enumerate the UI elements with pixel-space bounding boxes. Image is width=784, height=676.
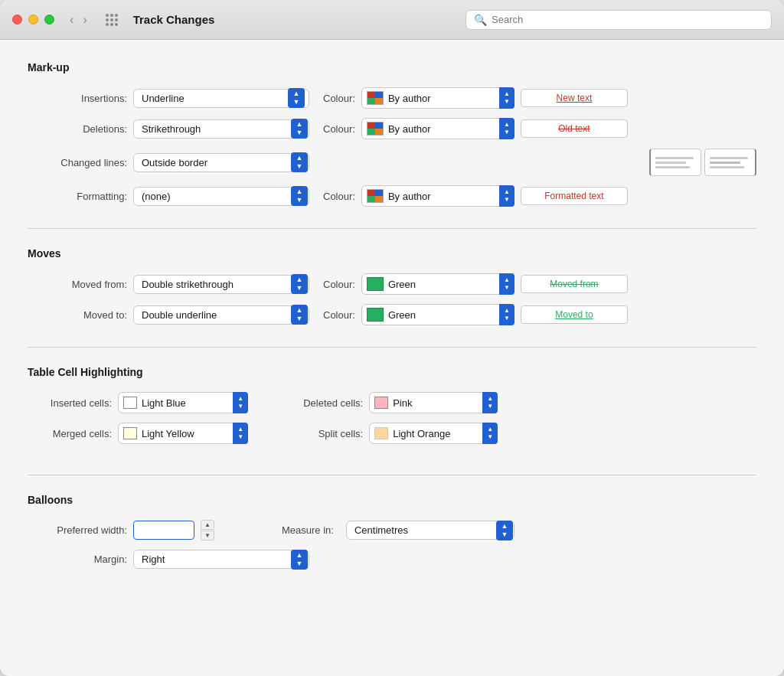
changed-lines-preview: [649, 149, 756, 176]
grid-dot: [110, 23, 113, 26]
deleted-cells-select: Pink ▲ ▼: [369, 392, 498, 413]
deletions-preview: Old text: [521, 119, 628, 138]
changed-lines-style-select[interactable]: Outside border: [133, 153, 309, 172]
grid-icon[interactable]: [106, 14, 118, 26]
moved-from-colour-swatch: [367, 277, 384, 291]
preferred-width-up[interactable]: ▲: [201, 520, 214, 530]
merged-cells-select: Light Yellow ▲ ▼: [118, 423, 248, 444]
moved-from-style-select[interactable]: Double strikethrough: [133, 275, 309, 294]
table-cell-left: Inserted cells: Light Blue ▲ ▼ Merged: [28, 392, 248, 453]
formatting-colour-swatch: [367, 189, 384, 203]
deletions-colour-label: Colour:: [323, 123, 355, 135]
insertions-style-select[interactable]: Underline: [133, 89, 309, 108]
moves-title: Moves: [28, 247, 756, 260]
insertions-colour-value: By author: [388, 93, 495, 104]
grid-dot: [115, 14, 118, 17]
old-text-preview: Old text: [558, 123, 590, 134]
moved-to-label: Moved to:: [28, 309, 127, 321]
inserted-cells-row: Inserted cells: Light Blue ▲ ▼: [28, 392, 248, 413]
grid-dot: [106, 18, 109, 21]
preferred-width-label: Preferred width:: [28, 524, 127, 536]
grid-dot: [106, 14, 109, 17]
inserted-cells-select: Light Blue ▲ ▼: [118, 392, 248, 413]
moved-to-style-wrapper: Double underline ▲ ▼: [133, 305, 309, 325]
split-cells-swatch: [374, 427, 388, 439]
moved-from-preview: Moved from: [521, 275, 628, 293]
insertions-colour-wrapper: By author ▲ ▼: [361, 87, 514, 109]
moved-from-label: Moved from:: [28, 279, 127, 290]
preferred-width-stepper: ▲ ▼: [201, 520, 214, 540]
merged-cells-value: Light Yellow: [142, 428, 228, 439]
formatting-row: Formatting: (none) ▲ ▼ Colour:: [28, 185, 756, 207]
formatted-text-preview: Formatted text: [544, 191, 603, 201]
margin-select[interactable]: Right: [133, 550, 309, 569]
inserted-cells-value: Light Blue: [142, 397, 228, 409]
deletions-row: Deletions: Strikethrough ▲ ▼ Colour:: [28, 118, 756, 139]
preferred-width-row: Preferred width: 9.4 cm ▲ ▼ Measure in: …: [28, 520, 756, 540]
moved-from-colour-arrow[interactable]: ▲ ▼: [499, 273, 514, 295]
margin-row: Margin: Right ▲ ▼: [28, 550, 756, 569]
changed-lines-style-wrapper: Outside border ▲ ▼: [133, 153, 309, 172]
formatting-colour-arrow[interactable]: ▲ ▼: [499, 185, 514, 207]
preferred-width-down[interactable]: ▼: [201, 531, 214, 540]
minimize-button[interactable]: [28, 15, 38, 24]
insertions-preview: New text: [521, 89, 628, 107]
deletions-colour-value: By author: [388, 123, 495, 135]
titlebar: ‹ › Track Changes 🔍: [0, 0, 784, 40]
nav-buttons: ‹ ›: [67, 11, 90, 28]
moves-section: Moves Moved from: Double strikethrough ▲…: [28, 247, 756, 325]
formatting-style-wrapper: (none) ▲ ▼: [133, 187, 309, 206]
deleted-cells-swatch: [374, 397, 388, 409]
maximize-button[interactable]: [44, 15, 54, 24]
inserted-cells-arrow[interactable]: ▲ ▼: [233, 392, 248, 413]
moved-to-colour-swatch: [367, 308, 384, 322]
content: Mark-up Insertions: Underline ▲ ▼ Colour…: [0, 40, 784, 612]
deleted-cells-arrow[interactable]: ▲ ▼: [482, 392, 498, 413]
moved-to-style-select[interactable]: Double underline: [133, 305, 309, 325]
merged-cells-label: Merged cells:: [28, 428, 112, 439]
moved-from-colour-value: Green: [388, 279, 495, 290]
split-cells-label: Split cells:: [279, 428, 363, 439]
search-icon: 🔍: [474, 14, 487, 26]
table-cell-rows: Inserted cells: Light Blue ▲ ▼ Merged: [28, 392, 756, 453]
split-cells-arrow[interactable]: ▲ ▼: [482, 423, 498, 444]
forward-button[interactable]: ›: [80, 11, 90, 28]
deletions-colour-swatch: [367, 122, 384, 136]
moved-from-colour-wrapper: Green ▲ ▼: [361, 273, 514, 295]
merged-cells-swatch: [123, 427, 137, 439]
insertions-colour-arrow[interactable]: ▲ ▼: [499, 87, 514, 109]
search-bar: 🔍: [466, 10, 772, 30]
new-text-preview: New text: [557, 93, 593, 103]
preferred-width-input[interactable]: 9.4 cm: [133, 521, 194, 540]
split-cells-value: Light Orange: [393, 428, 478, 439]
split-cells-select: Light Orange ▲ ▼: [369, 423, 498, 444]
changed-line-preview-1: [649, 149, 701, 176]
deletions-style-select[interactable]: Strikethrough: [133, 119, 309, 139]
grid-dot: [110, 18, 113, 21]
deletions-colour-arrow[interactable]: ▲ ▼: [499, 118, 514, 139]
moved-to-colour-value: Green: [388, 309, 495, 321]
deletions-colour-wrapper: By author ▲ ▼: [361, 118, 514, 139]
moved-to-colour-label: Colour:: [323, 309, 355, 321]
divider-2: [28, 347, 756, 348]
insertions-colour-swatch: [367, 91, 384, 105]
window-title: Track Changes: [133, 13, 215, 26]
search-input[interactable]: [492, 14, 763, 25]
close-button[interactable]: [12, 15, 22, 24]
measure-in-label: Measure in:: [282, 524, 334, 536]
formatting-style-select[interactable]: (none): [133, 187, 309, 206]
inserted-cells-swatch: [123, 397, 137, 409]
back-button[interactable]: ‹: [67, 11, 77, 28]
moved-from-row: Moved from: Double strikethrough ▲ ▼ Col…: [28, 273, 756, 295]
margin-wrapper: Right ▲ ▼: [133, 550, 309, 569]
merged-cells-arrow[interactable]: ▲ ▼: [233, 423, 248, 444]
moved-to-row: Moved to: Double underline ▲ ▼ Colour: G…: [28, 304, 756, 325]
formatting-label: Formatting:: [28, 191, 127, 202]
table-cell-right: Deleted cells: Pink ▲ ▼ Split cells:: [279, 392, 498, 453]
moved-from-colour-label: Colour:: [323, 279, 355, 290]
moved-to-colour-arrow[interactable]: ▲ ▼: [499, 304, 514, 325]
moved-from-text-preview: Moved from: [550, 279, 598, 289]
grid-dot: [110, 14, 113, 17]
balloons-section: Balloons Preferred width: 9.4 cm ▲ ▼ Mea…: [28, 494, 756, 569]
measure-in-select[interactable]: Centimetres: [346, 521, 514, 540]
